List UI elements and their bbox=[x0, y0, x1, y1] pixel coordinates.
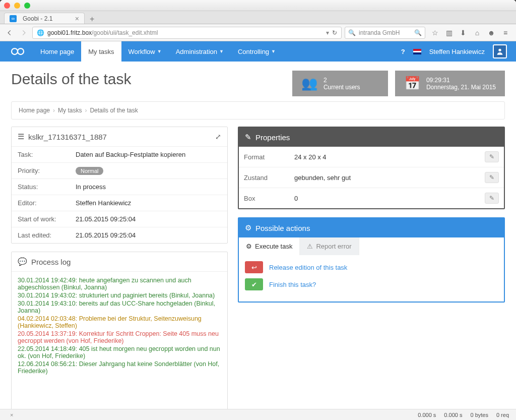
search-go-icon[interactable]: 🔍 bbox=[414, 29, 422, 36]
user-avatar[interactable] bbox=[493, 44, 507, 58]
globe-icon: 🌐 bbox=[37, 29, 44, 36]
dropdown-icon[interactable]: ▾ bbox=[326, 29, 329, 36]
svg-point-2 bbox=[498, 49, 501, 51]
download-icon[interactable]: ⬇ bbox=[459, 29, 468, 37]
nav-workflow[interactable]: Workflow▼ bbox=[121, 41, 169, 62]
server-date: Donnerstag, 21. Mai 2015 bbox=[426, 84, 496, 91]
edit-property-button[interactable]: ✎ bbox=[485, 151, 499, 162]
prop-key: Box bbox=[239, 188, 289, 209]
edit-icon: ✎ bbox=[245, 133, 251, 142]
menu-icon[interactable]: ≡ bbox=[501, 29, 510, 37]
bookmark-icon[interactable]: ☆ bbox=[430, 29, 439, 37]
release-task-button[interactable]: ↩ bbox=[245, 261, 263, 273]
chevron-down-icon: ▼ bbox=[157, 49, 162, 54]
breadcrumb: Home page›My tasks›Details of the task bbox=[11, 101, 505, 119]
task-value: Daten auf Backup-Festplatte kopieren bbox=[70, 147, 227, 163]
log-entry: 12.06.2014 08:56:21: Dieser Jahrgang hat… bbox=[18, 361, 221, 375]
edit-property-button[interactable]: ✎ bbox=[485, 172, 499, 183]
status-time-1: 0.000 s bbox=[418, 412, 436, 418]
url-path: /goobi/uii/task_edit.xhtml bbox=[92, 29, 158, 36]
tab-execute-task[interactable]: ⚙ Execute task bbox=[239, 237, 300, 255]
back-button[interactable] bbox=[4, 27, 15, 38]
forward-button[interactable] bbox=[18, 27, 29, 38]
start-value: 21.05.2015 09:25:04 bbox=[70, 211, 227, 227]
browser-search-input[interactable]: 🔍 intranda GmbH 🔍 bbox=[345, 27, 425, 39]
warning-icon: ⚠ bbox=[307, 243, 313, 250]
log-entry: 30.01.2014 19:43:10: bereits auf das UCC… bbox=[18, 300, 221, 314]
prop-key: Format bbox=[239, 147, 289, 167]
prop-value: 0 bbox=[289, 188, 480, 209]
status-time-2: 0.000 s bbox=[444, 412, 462, 418]
process-log-panel: 💬 Process log 30.01.2014 19:42:49: heute… bbox=[11, 252, 228, 409]
finish-task-link[interactable]: Finish this task? bbox=[269, 281, 316, 288]
tab-execute-label: Execute task bbox=[255, 243, 292, 250]
browser-tab[interactable]: ∞ Goobi - 2.1 × bbox=[4, 13, 85, 24]
log-entry: 30.01.2014 19:42:49: heute angefangen zu… bbox=[18, 277, 221, 291]
users-label: Current users bbox=[324, 84, 360, 91]
favicon-icon: ∞ bbox=[10, 15, 17, 22]
zoom-window-btn[interactable] bbox=[24, 3, 30, 9]
status-label: Status: bbox=[12, 179, 70, 195]
minimize-window-btn[interactable] bbox=[14, 3, 20, 9]
url-input[interactable]: 🌐 goobi01.fritz.box/goobi/uii/task_edit.… bbox=[32, 27, 342, 39]
edit-property-button[interactable]: ✎ bbox=[485, 193, 499, 204]
statusbar-close-icon[interactable]: × bbox=[7, 412, 13, 418]
task-label: Task: bbox=[12, 147, 70, 163]
chat-icon[interactable]: ☻ bbox=[487, 29, 496, 37]
finish-task-button[interactable]: ✔ bbox=[245, 278, 263, 290]
priority-label: Priority: bbox=[12, 163, 70, 179]
nav-home-page[interactable]: Home page bbox=[33, 41, 81, 62]
comment-icon: 💬 bbox=[18, 257, 27, 266]
server-time: 09:29:31 bbox=[426, 77, 496, 84]
status-bytes: 0 bytes bbox=[470, 412, 488, 418]
app-logo[interactable] bbox=[9, 43, 26, 60]
prop-value: gebunden, sehr gut bbox=[289, 167, 480, 188]
breadcrumb-item[interactable]: Home page bbox=[19, 107, 50, 114]
search-placeholder: intranda GmbH bbox=[359, 29, 400, 36]
task-panel: ☰ kslkr_171316371_1887 ⤢ Task:Daten auf … bbox=[11, 127, 228, 244]
editor-value: Steffen Hankiewicz bbox=[70, 195, 227, 211]
close-tab-icon[interactable]: × bbox=[75, 15, 79, 23]
gear-icon: ⚙ bbox=[246, 243, 252, 250]
actions-panel: ⚙ Possible actions ⚙ Execute task ⚠ Repo… bbox=[238, 217, 505, 303]
window-titlebar bbox=[0, 0, 516, 11]
new-tab-button[interactable]: + bbox=[87, 15, 97, 24]
page-title: Details of the task bbox=[11, 71, 285, 88]
properties-title: Properties bbox=[255, 133, 290, 142]
chevron-down-icon: ▼ bbox=[219, 49, 224, 54]
users-icon: 👥 bbox=[301, 76, 317, 91]
breadcrumb-item[interactable]: My tasks bbox=[58, 107, 82, 114]
tab-report-error[interactable]: ⚠ Report error bbox=[300, 237, 359, 255]
svg-point-1 bbox=[18, 48, 24, 54]
stat-datetime: 📅 09:29:31 Donnerstag, 21. Mai 2015 bbox=[395, 71, 505, 96]
calendar-icon: 📅 bbox=[404, 76, 420, 91]
nav-my-tasks[interactable]: My tasks bbox=[81, 41, 121, 62]
users-count: 2 bbox=[324, 77, 360, 84]
library-icon[interactable]: ▥ bbox=[444, 29, 454, 37]
priority-badge: Normal bbox=[76, 167, 103, 175]
status-req: 0 req bbox=[496, 412, 509, 418]
properties-panel: ✎ Properties Format24 x 20 x 4✎Zustandge… bbox=[238, 127, 505, 209]
lastedit-value: 21.05.2015 09:25:04 bbox=[70, 227, 227, 244]
browser-url-bar: 🌐 goobi01.fritz.box/goobi/uii/task_edit.… bbox=[0, 24, 516, 41]
status-value: In process bbox=[70, 179, 227, 195]
status-bar: × 0.000 s 0.000 s 0 bytes 0 req bbox=[0, 409, 516, 420]
start-label: Start of work: bbox=[12, 211, 70, 227]
nav-controlling[interactable]: Controlling▼ bbox=[231, 41, 283, 62]
prop-value: 24 x 20 x 4 bbox=[289, 147, 480, 167]
actions-title: Possible actions bbox=[255, 224, 310, 232]
close-window-btn[interactable] bbox=[4, 3, 10, 9]
language-flag-icon[interactable] bbox=[413, 49, 421, 54]
gear-icon: ⚙ bbox=[245, 223, 251, 232]
home-icon[interactable]: ⌂ bbox=[473, 29, 482, 37]
stat-current-users: 👥 2 Current users bbox=[292, 71, 388, 96]
search-engine-icon: 🔍 bbox=[348, 29, 356, 36]
log-entry: 22.05.2014 14:18:49: 405 ist heut morgen… bbox=[18, 345, 221, 359]
release-task-link[interactable]: Release edition of this task bbox=[269, 264, 347, 271]
breadcrumb-sep: › bbox=[85, 107, 87, 114]
nav-administration[interactable]: Administration▼ bbox=[169, 41, 231, 62]
current-user[interactable]: Steffen Hankiewicz bbox=[429, 48, 485, 55]
expand-icon[interactable]: ⤢ bbox=[215, 133, 221, 141]
reload-icon[interactable]: ↻ bbox=[332, 29, 337, 36]
help-icon[interactable]: ? bbox=[401, 48, 405, 55]
